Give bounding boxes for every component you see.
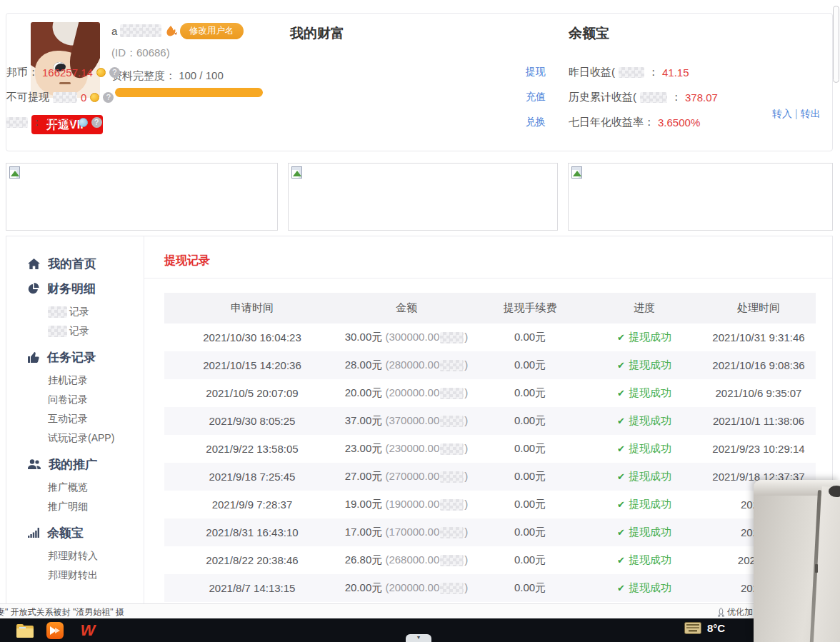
redacted-currency: [440, 388, 464, 399]
status-text: 提现成功: [629, 414, 671, 426]
weather-tray[interactable]: 8°C: [684, 622, 725, 634]
cell-apply-time: 2021/10/5 20:07:09: [164, 387, 340, 399]
redacted-currency: [440, 583, 464, 594]
avatar-art: [59, 82, 71, 84]
exchange-link[interactable]: 兑换: [526, 116, 546, 129]
col-header-apply-time: 申请时间: [164, 301, 340, 315]
sidebar-subitem[interactable]: 挂机记录: [48, 373, 144, 388]
redacted-text: [48, 306, 67, 318]
sidebar-item-finance[interactable]: 财务明细: [28, 280, 144, 297]
sidebar-sublist: 记录 记录: [48, 305, 144, 338]
completeness-value: 100 / 100: [179, 69, 224, 81]
wealth-title: 我的财富: [290, 24, 344, 43]
sidebar-subitem-label: 互动记录: [48, 413, 88, 426]
table-row: 2021/9/30 8:05:25 37.00元 (370000.00) 0.0…: [164, 407, 816, 435]
help-icon[interactable]: ?: [91, 117, 102, 128]
sidebar-subitem[interactable]: 推广概览: [48, 481, 144, 495]
sidebar-subitem[interactable]: 问卷记录: [48, 393, 144, 407]
sidebar-subitem[interactable]: 记录: [48, 324, 144, 338]
wealth-label: 不可提现: [6, 91, 49, 104]
file-explorer-icon[interactable]: [16, 622, 34, 639]
help-icon[interactable]: ?: [103, 92, 114, 103]
sidebar-item-promotion[interactable]: 我的推广: [28, 456, 144, 473]
user-id: (ID：60686): [111, 46, 170, 60]
edit-username-button[interactable]: 修改用户名: [180, 23, 244, 39]
amount-close-paren: ): [464, 498, 468, 510]
rocket-icon: [717, 608, 725, 617]
table-row: 2021/8/7 14:13:15 20.00元 (200000.00) 0.0…: [164, 574, 816, 602]
amount-detail: (370000.00: [385, 414, 439, 426]
yuebao-value: 3.6500%: [658, 116, 700, 129]
sidebar-item-home[interactable]: 我的首页: [28, 255, 144, 272]
sidebar-item-yuebao[interactable]: 余额宝: [28, 524, 144, 541]
downloader-app-icon[interactable]: [46, 622, 64, 639]
amount-close-paren: ): [464, 526, 468, 538]
col-header-fee: 提现手续费: [473, 301, 587, 315]
link-separator: |: [795, 108, 798, 119]
redacted-text: [48, 326, 67, 337]
sidebar-subitem[interactable]: 邦理财转出: [48, 568, 144, 583]
cell-amount: 27.00元 (270000.00): [340, 470, 473, 483]
username-redacted: [120, 24, 161, 37]
wps-office-icon[interactable]: W: [79, 622, 97, 639]
status-text: 提现成功: [629, 498, 671, 510]
wealth-value: 166257.14: [42, 66, 93, 79]
avatar[interactable]: [31, 22, 100, 98]
sidebar-subitem[interactable]: 试玩记录(APP): [48, 431, 144, 446]
cell-apply-time: 2021/8/31 16:43:10: [164, 526, 340, 538]
pip-camera-window[interactable]: [754, 480, 840, 642]
ad-banner[interactable]: [6, 163, 278, 231]
help-icon[interactable]: ?: [109, 67, 120, 78]
sidebar-subitem[interactable]: 记录: [48, 305, 144, 319]
amount-value: 27.00元: [345, 470, 386, 482]
amount-value: 26.80元: [345, 553, 386, 566]
cell-status: ✔提现成功: [587, 358, 701, 372]
amount-detail: (200000.00: [385, 581, 439, 593]
amount-detail: (270000.00: [385, 470, 439, 482]
scrollbar-thumb[interactable]: [833, 6, 839, 83]
sidebar-sublist: 邦理财转入 邦理财转出: [48, 549, 144, 583]
cell-fee: 0.00元: [473, 331, 587, 344]
withdraw-link[interactable]: 提现: [526, 66, 546, 79]
cell-amount: 28.00元 (280000.00): [340, 358, 473, 372]
status-text: 提现成功: [629, 470, 671, 482]
cell-done-time: 2021/10/1 11:38:06: [701, 415, 816, 427]
wealth-value: 11000: [46, 116, 75, 129]
recharge-link[interactable]: 充值: [526, 91, 546, 104]
cell-apply-time: 2021/9/30 8:05:25: [164, 415, 340, 427]
cell-apply-time: 2021/10/30 16:04:23: [164, 331, 340, 343]
yuebao-label-post: ：: [648, 66, 659, 79]
cell-fee: 0.00元: [473, 470, 587, 483]
cell-status: ✔提现成功: [587, 331, 701, 344]
amount-value: 19.00元: [345, 498, 386, 510]
sidebar-subitem[interactable]: 互动记录: [48, 412, 144, 426]
cell-apply-time: 2021/9/9 7:28:37: [164, 498, 340, 511]
sidebar-subitem[interactable]: 推广明细: [48, 500, 144, 514]
sidebar-subitem[interactable]: 邦理财转入: [48, 549, 144, 563]
wealth-label: 邦币：: [6, 66, 39, 79]
transfer-in-link[interactable]: 转入: [772, 108, 792, 119]
bar-chart-icon: [28, 528, 39, 538]
col-header-progress: 进度: [587, 301, 701, 315]
redacted-currency: [440, 499, 464, 511]
yuebao-label: 历史累计收益(: [569, 91, 636, 104]
redacted-text: [53, 92, 77, 103]
transfer-out-link[interactable]: 转出: [801, 108, 821, 119]
yuebao-value: 378.07: [685, 91, 718, 104]
success-check-icon: ✔: [617, 471, 625, 482]
profile-card: 开通VIP a 修改用户名 (ID：60686) 资料完整度： 100 / 10…: [6, 13, 833, 151]
success-check-icon: ✔: [617, 416, 625, 426]
sidebar-item-tasks[interactable]: 任务记录: [28, 348, 144, 366]
table-row: 2021/8/22 20:38:46 26.80元 (268000.00) 0.…: [164, 546, 816, 574]
yuebao-label: 七日年化收益率：: [569, 116, 654, 129]
completeness-progress-bar: [115, 88, 263, 97]
amount-detail: (170000.00: [385, 526, 439, 538]
sidebar: 我的首页 财务明细 记录 记录 任务记录 挂机记录 问卷记录 互动记录 试玩记录…: [6, 236, 144, 604]
ad-banner[interactable]: [288, 163, 558, 231]
cell-amount: 37.00元 (370000.00): [340, 414, 473, 428]
users-icon: [28, 459, 41, 469]
optimize-accelerate[interactable]: 优化加: [717, 606, 753, 618]
ad-banner[interactable]: [568, 163, 833, 231]
taskbar-hide-handle[interactable]: ▼: [406, 634, 431, 642]
amount-close-paren: ): [464, 331, 468, 343]
